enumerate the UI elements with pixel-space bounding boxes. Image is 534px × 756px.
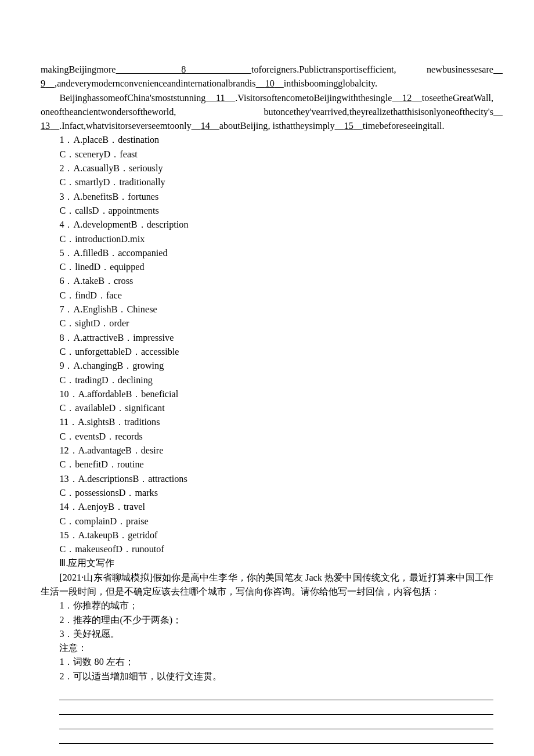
question-options-row-cd: C．complainD．praise xyxy=(41,514,493,528)
writing-point-3: 3．美好祝愿。 xyxy=(41,627,493,641)
question-options-row-cd: C．introductionD.mix xyxy=(41,232,493,246)
options-ab: A.takeB．cross xyxy=(73,276,133,286)
question-options-row-ab: 12．A.advantageB．desire xyxy=(41,444,493,458)
text-fragment: ,andeverymodernconvenienceandinternation… xyxy=(55,78,256,89)
question-options-row-ab: 4．A.developmentB．description xyxy=(41,218,493,232)
options-cd: C．callsD．appointments xyxy=(59,206,158,216)
options-ab: A.attractiveB．impressive xyxy=(73,333,174,343)
question-options-row-cd: C．benefitD．routine xyxy=(41,458,493,471)
writing-heading: Ⅲ.应用文写作 xyxy=(41,556,493,570)
question-number: 6 xyxy=(59,276,64,286)
question-options-row-ab: 8．A.attractiveB．impressive xyxy=(41,331,493,345)
writing-blank-line[interactable] xyxy=(59,745,493,756)
options-ab: A.affordableB．beneficial xyxy=(78,389,179,399)
options-ab: A.EnglishB．Chinese xyxy=(73,304,157,315)
writing-blank-line[interactable] xyxy=(59,730,493,744)
writing-note-1: 1．词数 80 左右； xyxy=(41,655,493,669)
question-number: 10 xyxy=(59,389,68,399)
questions-list: 1．A.placeB．destinationC．sceneryD．feast2．… xyxy=(41,133,493,556)
passage-paragraph-2: BeijinghassomeofChina'smoststunning 11 .… xyxy=(41,91,493,134)
cloze-blank-11: 11 xyxy=(205,93,235,103)
options-cd: C．linedD．equipped xyxy=(59,262,144,272)
options-cd: C．sightD．order xyxy=(59,318,129,329)
question-number: 3 xyxy=(59,192,64,202)
writing-note-2: 2．可以适当增加细节，以使行文连贯。 xyxy=(41,669,493,683)
question-number: 4 xyxy=(59,219,64,230)
question-options-row-ab: 7．A.EnglishB．Chinese xyxy=(41,303,493,316)
question-options-row-ab: 6．A.takeB．cross xyxy=(41,274,493,288)
question-options-row-cd: C．linedD．equipped xyxy=(41,260,493,274)
text-fragment: inthisboomingglobalcity. xyxy=(284,78,377,89)
question-number: 2 xyxy=(59,163,64,174)
question-options-row-cd: C．smartlyD．traditionally xyxy=(41,175,493,189)
options-cd: C．availableD．significant xyxy=(59,403,164,413)
question-number: 15 xyxy=(59,530,68,541)
writing-point-1: 1．你推荐的城市； xyxy=(41,599,493,613)
options-ab: A.casuallyB．seriously xyxy=(73,163,163,174)
text-fragment: aboutBeijing, isthattheysimply xyxy=(219,121,335,131)
question-options-row-ab: 1．A.placeB．destination xyxy=(41,133,493,147)
question-options-row-ab: 9．A.changingB．growing xyxy=(41,359,493,373)
question-options-row-cd: C．sceneryD．feast xyxy=(41,147,493,161)
options-ab: A.sightsB．traditions xyxy=(78,417,160,427)
question-options-row-cd: C．callsD．appointments xyxy=(41,204,493,218)
options-ab: A.changingB．growing xyxy=(73,361,164,371)
text-fragment: toforeigners.Publictransportisefficient,… xyxy=(251,64,493,75)
question-options-row-ab: 15．A.takeupB．getridof xyxy=(41,528,493,542)
question-options-row-cd: C．availableD．significant xyxy=(41,401,493,415)
writing-answer-area xyxy=(59,687,493,756)
text-fragment: .VisitorsoftencometoBeijingwiththesingle xyxy=(235,93,392,103)
cloze-blank-15: 15 xyxy=(335,121,363,131)
question-number: 9 xyxy=(59,361,64,371)
writing-blank-line[interactable] xyxy=(59,687,493,700)
cloze-blank-12: 12 xyxy=(392,93,421,103)
options-cd: C．unforgettableD．accessible xyxy=(59,347,179,357)
writing-point-2: 2．推荐的理由(不少于两条)； xyxy=(41,613,493,627)
question-options-row-cd: C．findD．face xyxy=(41,289,493,303)
options-ab: A.advantageB．desire xyxy=(78,445,164,456)
options-cd: C．smartlyD．traditionally xyxy=(59,177,165,188)
text-fragment: timebeforeseeingitall. xyxy=(363,121,445,131)
passage-paragraph-1: makingBeijingmore 8 toforeigners.Publict… xyxy=(41,63,493,91)
options-cd: C．eventsD．records xyxy=(59,431,142,442)
question-options-row-ab: 3．A.benefitsB．fortunes xyxy=(41,190,493,204)
question-options-row-ab: 2．A.casuallyB．seriously xyxy=(41,161,493,175)
question-options-row-ab: 13．A.descriptionsB．attractions xyxy=(41,472,493,486)
question-options-row-ab: 5．A.filledB．accompanied xyxy=(41,246,493,260)
question-options-row-ab: 11．A.sightsB．traditions xyxy=(41,415,493,429)
cloze-blank-8: 8 xyxy=(116,64,251,75)
writing-blank-line[interactable] xyxy=(59,701,493,715)
question-number: 7 xyxy=(59,304,64,315)
text-fragment: .Infact,whatvisitorseverseemtoonly xyxy=(59,121,191,131)
options-ab: A.placeB．destination xyxy=(73,135,159,145)
question-options-row-cd: C．sightD．order xyxy=(41,316,493,330)
options-cd: C．makeuseofD．runoutof xyxy=(59,544,164,555)
question-number: 14 xyxy=(59,502,68,512)
options-cd: C．possessionsD．marks xyxy=(59,488,158,498)
question-number: 8 xyxy=(59,333,64,343)
options-ab: A.takeupB．getridof xyxy=(78,530,158,541)
cloze-blank-14: 14 xyxy=(192,121,219,131)
text-fragment: makingBeijingmore xyxy=(41,64,116,75)
question-options-row-cd: C．makeuseofD．runoutof xyxy=(41,542,493,556)
options-cd: C．benefitD．routine xyxy=(59,459,143,470)
question-number: 12 xyxy=(59,445,68,456)
text-fragment: BeijinghassomeofChina'smoststunning xyxy=(59,93,205,103)
cloze-blank-10: 10 xyxy=(256,78,284,89)
writing-note-label: 注意： xyxy=(41,641,493,655)
question-number: 5 xyxy=(59,248,64,258)
options-cd: C．tradingD．declining xyxy=(59,375,153,386)
question-number: 13 xyxy=(59,474,68,484)
options-cd: C．sceneryD．feast xyxy=(59,149,137,160)
question-options-row-cd: C．tradingD．declining xyxy=(41,373,493,387)
question-options-row-ab: 10．A.affordableB．beneficial xyxy=(41,387,493,401)
question-number: 11 xyxy=(59,417,68,427)
writing-blank-line[interactable] xyxy=(59,716,493,729)
options-cd: C．complainD．praise xyxy=(59,516,148,527)
options-cd: C．introductionD.mix xyxy=(59,234,145,244)
writing-prompt: [2021·山东省聊城模拟]假如你是高中生李华，你的美国笔友 Jack 热爱中国… xyxy=(41,571,493,599)
question-options-row-cd: C．unforgettableD．accessible xyxy=(41,345,493,359)
options-ab: A.filledB．accompanied xyxy=(73,248,167,258)
options-ab: A.descriptionsB．attractions xyxy=(78,474,187,484)
options-cd: C．findD．face xyxy=(59,290,122,301)
